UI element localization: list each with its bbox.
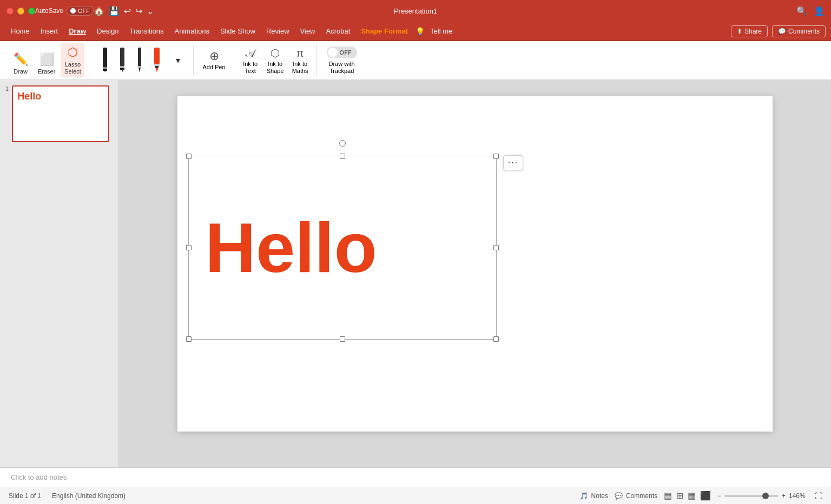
ink-to-maths-button[interactable]: π Ink toMaths: [288, 45, 312, 77]
pen-3[interactable]: [131, 45, 148, 76]
menu-insert[interactable]: Insert: [35, 25, 64, 37]
menu-home[interactable]: Home: [5, 25, 35, 37]
minimize-button[interactable]: [17, 8, 24, 15]
pen-1-icon: [99, 47, 111, 75]
normal-view-icon[interactable]: ▤: [664, 490, 672, 501]
menu-acrobat[interactable]: Acrobat: [321, 25, 356, 37]
ink-shape-icon: ⬡: [271, 47, 280, 59]
trackpad-toggle-state: OFF: [340, 49, 352, 56]
handle-top-center[interactable]: [340, 154, 345, 159]
svg-rect-2: [103, 67, 107, 69]
svg-rect-14: [155, 66, 159, 68]
draw-button[interactable]: ✏️ Draw: [9, 50, 32, 77]
reading-view-icon[interactable]: ▦: [688, 490, 696, 501]
ink-to-shape-button[interactable]: ⬡ Ink toShape: [263, 44, 287, 77]
trackpad-toggle[interactable]: OFF: [327, 47, 357, 58]
comments-status[interactable]: 💬 Comments: [615, 492, 657, 500]
menu-shape-format[interactable]: Shape Format: [355, 25, 413, 37]
slide-canvas[interactable]: ··· Hello: [177, 96, 773, 432]
pen-1[interactable]: [97, 45, 113, 76]
autosave-toggle[interactable]: OFF: [67, 6, 94, 16]
hello-text[interactable]: Hello: [205, 213, 377, 283]
lightbulb-icon: 💡: [416, 27, 425, 36]
pen-2-icon: [116, 47, 128, 75]
svg-rect-7: [120, 68, 124, 70]
add-pen-icon: ⊕: [209, 50, 219, 62]
handle-bottom-center[interactable]: [340, 336, 345, 342]
undo-icon[interactable]: ↩: [124, 6, 131, 16]
notes-bar[interactable]: Click to add notes: [0, 467, 831, 487]
autosave-area: AutoSave OFF: [35, 6, 94, 16]
ink-to-text-button[interactable]: 𝒜 Ink toText: [239, 45, 262, 77]
handle-top-right[interactable]: [493, 154, 499, 159]
handle-bottom-left[interactable]: [186, 336, 192, 342]
share-button[interactable]: ⬆ Share: [731, 25, 768, 37]
title-bar: AutoSave OFF 🏠 💾 ↩ ↪ ⌄ Presentation1 🔍 👤: [0, 0, 831, 22]
ink-maths-icon: π: [296, 47, 304, 59]
search-icon[interactable]: 🔍: [796, 6, 807, 16]
window-title: Presentation1: [394, 7, 437, 15]
pen-4[interactable]: [149, 45, 165, 76]
close-button[interactable]: [6, 8, 14, 15]
ink-shape-label: Ink toShape: [267, 61, 284, 75]
notes-status[interactable]: 🎵 Notes: [580, 492, 608, 500]
trackpad-label: Draw withTrackpad: [328, 61, 354, 75]
menu-slideshow[interactable]: Slide Show: [215, 25, 261, 37]
zoom-out-icon[interactable]: −: [717, 492, 721, 500]
pen-dropdown-button[interactable]: ▾: [166, 54, 190, 67]
menu-tell-me[interactable]: Tell me: [425, 25, 458, 37]
menu-animations[interactable]: Animations: [169, 25, 215, 37]
svg-rect-4: [120, 48, 124, 66]
menu-draw[interactable]: Draw: [63, 25, 91, 37]
ink-text-icon: 𝒜: [246, 47, 255, 59]
rotation-handle[interactable]: [339, 140, 346, 147]
pen-2[interactable]: [114, 45, 130, 76]
zoom-in-icon[interactable]: +: [782, 492, 786, 500]
svg-rect-3: [103, 69, 107, 71]
notes-placeholder[interactable]: Click to add notes: [11, 473, 67, 481]
status-bar: Slide 1 of 1 English (United Kingdom) 🎵 …: [0, 487, 831, 504]
fit-to-window-icon[interactable]: ⛶: [815, 492, 822, 500]
lasso-select-button[interactable]: ⬡ LassoSelect: [61, 43, 84, 77]
autosave-label: AutoSave: [35, 7, 63, 15]
autosave-toggle-dot: [70, 8, 76, 14]
slide-thumbnail-1[interactable]: Hello: [12, 85, 109, 142]
svg-rect-6: [120, 66, 124, 68]
handle-bottom-right[interactable]: [493, 336, 499, 342]
more-options-button[interactable]: ···: [503, 155, 523, 170]
redo-icon[interactable]: ↪: [135, 6, 142, 16]
share-label: Share: [744, 28, 762, 35]
slide-thumb-text: Hello: [17, 91, 41, 102]
menu-review[interactable]: Review: [261, 25, 295, 37]
slideshow-view-icon[interactable]: ⬛: [700, 490, 711, 501]
menu-view[interactable]: View: [295, 25, 321, 37]
handle-top-left[interactable]: [186, 154, 192, 159]
draw-trackpad-group: OFF Draw withTrackpad: [321, 47, 362, 75]
add-pen-label: Add Pen: [202, 64, 225, 70]
more-actions-icon[interactable]: ⌄: [147, 6, 154, 16]
zoom-slider[interactable]: − + 146%: [717, 492, 808, 500]
comments-button[interactable]: 💬 Comments: [772, 25, 826, 37]
draw-icon: ✏️: [14, 52, 28, 67]
handle-mid-left[interactable]: [186, 245, 192, 250]
add-pen-button[interactable]: ⊕ Add Pen: [198, 48, 229, 72]
autosave-toggle-state: OFF: [78, 8, 90, 14]
menu-design[interactable]: Design: [91, 25, 124, 37]
slide-panel: 1 Hello: [0, 80, 119, 467]
save-icon[interactable]: 💾: [109, 6, 120, 16]
eraser-button[interactable]: ⬜ Eraser: [35, 50, 58, 77]
menu-transitions[interactable]: Transitions: [124, 25, 169, 37]
home-nav-icon[interactable]: 🏠: [94, 6, 104, 16]
maximize-button[interactable]: [28, 8, 35, 15]
slide-number: 1: [5, 85, 9, 92]
canvas-area[interactable]: ··· Hello: [119, 80, 831, 467]
grid-view-icon[interactable]: ⊞: [676, 490, 683, 501]
eraser-icon: ⬜: [39, 52, 54, 67]
svg-rect-10: [138, 66, 141, 68]
notes-status-label: Notes: [591, 492, 608, 500]
handle-mid-right[interactable]: [493, 245, 499, 250]
zoom-thumb[interactable]: [762, 493, 769, 499]
zoom-track[interactable]: [724, 495, 779, 497]
account-icon[interactable]: 👤: [814, 6, 825, 16]
textbox-selected[interactable]: ··· Hello: [188, 156, 497, 340]
